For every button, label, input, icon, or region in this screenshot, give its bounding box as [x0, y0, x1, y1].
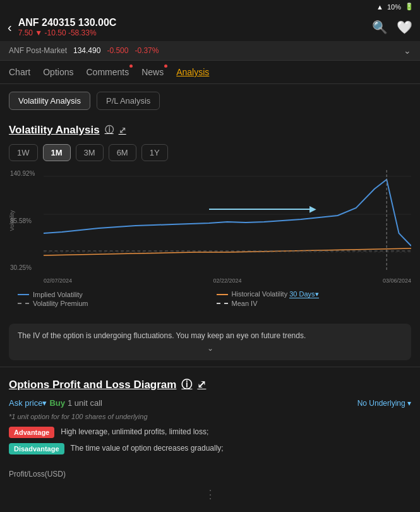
sub-tab-volatility[interactable]: Volatility Analysis: [9, 92, 90, 110]
period-1m[interactable]: 1M: [43, 144, 71, 161]
info-box-chevron[interactable]: ⌄: [18, 344, 402, 353]
sub-tabs: Volatility Analysis P/L Analysis: [0, 84, 420, 118]
disadvantage-text: The time value of option decreases gradu…: [71, 443, 224, 454]
legend-implied-vol-label: Implied Volatility: [33, 291, 83, 298]
x-label-mid: 02/22/2024: [213, 277, 241, 284]
no-underlying-button[interactable]: No Underlying ▾: [357, 399, 411, 408]
legend-implied-vol-line: [18, 294, 29, 295]
tab-chart[interactable]: Chart: [9, 61, 30, 83]
legend-vol-premium-label: Volatility Premium: [33, 300, 88, 307]
x-label-start: 02/07/2024: [44, 277, 72, 284]
battery-icon: 🔋: [405, 3, 414, 11]
legend-mean-iv-line: [217, 303, 228, 304]
pl-label: Profit/Loss(USD): [0, 466, 420, 482]
chart-svg: [44, 170, 411, 271]
period-1y[interactable]: 1Y: [141, 144, 168, 161]
ticker-info: ANF 240315 130.00C 7.50 ▼ -10.50 -58.33%: [18, 17, 117, 37]
chart-arrow: [209, 209, 310, 210]
nav-tabs: Chart Options Comments News Analysis: [0, 61, 420, 84]
comments-dot: [129, 64, 133, 68]
y-label-bot: 30.25%: [10, 264, 35, 271]
advantage-tag: Advantage: [9, 427, 54, 438]
header-right: 🔍 🤍: [372, 20, 412, 35]
options-title: Options Profit and Loss Diagram ⓘ ⤢: [9, 377, 411, 392]
bottom-dots: ⋮: [0, 482, 420, 506]
header: ‹ ANF 240315 130.00C 7.50 ▼ -10.50 -58.3…: [0, 13, 420, 41]
volatility-info-icon[interactable]: ⓘ: [105, 125, 114, 136]
search-icon[interactable]: 🔍: [372, 20, 388, 35]
legend-vol-premium: Volatility Premium: [18, 300, 204, 307]
options-subtitle: Ask price▾ Buy 1 unit call No Underlying…: [9, 398, 411, 408]
ticker-title: ANF 240315 130.00C: [18, 17, 117, 28]
post-market-chevron[interactable]: ⌄: [404, 46, 411, 56]
post-market-label: ANF Post-Market: [9, 46, 67, 55]
advantage-row: Advantage High leverage, unlimited profi…: [9, 427, 411, 438]
advantage-text: High leverage, unlimited profits, limite…: [61, 427, 208, 437]
divider: [0, 367, 420, 367]
volatility-axis-label: Volatility: [9, 210, 15, 231]
chart-svg-container: [44, 170, 411, 271]
post-market-change1: -0.500: [107, 46, 128, 55]
volatility-chart: 140.92% Volatility 85.58% 30.25%: [9, 170, 411, 284]
news-dot: [164, 64, 167, 68]
post-market-bar[interactable]: ANF Post-Market 134.490 -0.500 -0.37% ⌄: [0, 41, 420, 61]
chart-x-labels: 02/07/2024 02/22/2024 03/06/2024: [44, 277, 411, 284]
chart-y-labels: 140.92% Volatility 85.58% 30.25%: [9, 170, 36, 271]
legend-vol-premium-line: [18, 303, 29, 304]
info-box-text: The IV of the option is undergoing fluct…: [18, 331, 306, 340]
info-box: The IV of the option is undergoing fluct…: [9, 324, 411, 360]
unit-call-label: 1 unit call: [68, 398, 102, 408]
options-section: Options Profit and Loss Diagram ⓘ ⤢ Ask …: [0, 371, 420, 466]
volatility-share-icon[interactable]: ⤢: [119, 125, 126, 135]
legend-historical-vol: Historical Volatility 30 Days▾: [217, 290, 403, 298]
x-label-end: 03/06/2024: [383, 277, 411, 284]
options-title-text: Options Profit and Loss Diagram: [9, 379, 176, 391]
legend-historical-vol-line: [217, 294, 228, 295]
back-button[interactable]: ‹: [8, 20, 12, 35]
post-market-price: 134.490: [73, 46, 100, 55]
legend-mean-iv-label: Mean IV: [232, 300, 258, 307]
disadvantage-row: Disadvantage The time value of option de…: [9, 443, 411, 454]
tab-options[interactable]: Options: [43, 61, 73, 83]
historical-vol-days[interactable]: 30 Days▾: [289, 290, 318, 298]
legend-mean-iv: Mean IV: [217, 300, 403, 307]
options-info-icon[interactable]: ⓘ: [181, 377, 192, 392]
status-bar: ▲ 10% 🔋: [0, 0, 420, 13]
period-buttons: 1W 1M 3M 6M 1Y: [9, 144, 411, 161]
chart-legend: Implied Volatility Historical Volatility…: [9, 286, 411, 311]
disadvantage-tag: Disadvantage: [9, 443, 64, 454]
y-label-top: 140.92%: [10, 170, 35, 177]
volatility-section: Volatility Analysis ⓘ ⤢ 1W 1M 3M 6M 1Y 1…: [0, 118, 420, 317]
buy-label: Buy: [49, 398, 65, 408]
wifi-icon: ▲: [376, 3, 383, 11]
volatility-title-text: Volatility Analysis: [9, 124, 100, 137]
watchlist-icon[interactable]: 🤍: [397, 20, 412, 35]
period-6m[interactable]: 6M: [109, 144, 136, 161]
period-1w[interactable]: 1W: [9, 144, 38, 161]
tab-news[interactable]: News: [141, 61, 164, 83]
underlying-info: *1 unit option for for 100 shares of und…: [9, 413, 411, 420]
ask-price-label[interactable]: Ask price▾: [9, 398, 47, 408]
legend-historical-vol-label: Historical Volatility 30 Days▾: [232, 290, 319, 298]
header-left: ‹ ANF 240315 130.00C 7.50 ▼ -10.50 -58.3…: [8, 17, 116, 37]
post-market-change2: -0.37%: [135, 46, 159, 55]
legend-implied-vol: Implied Volatility: [18, 290, 204, 298]
volatility-title: Volatility Analysis ⓘ ⤢: [9, 124, 411, 137]
tab-analysis[interactable]: Analysis: [176, 61, 209, 83]
period-3m[interactable]: 3M: [76, 144, 104, 161]
tab-comments[interactable]: Comments: [86, 61, 129, 83]
arrow-line: [209, 209, 310, 210]
battery-level: 10%: [387, 3, 401, 11]
sub-tab-pl[interactable]: P/L Analysis: [97, 92, 160, 110]
options-share-icon[interactable]: ⤢: [197, 378, 206, 391]
ticker-subtitle: 7.50 ▼ -10.50 -58.33%: [18, 28, 117, 37]
